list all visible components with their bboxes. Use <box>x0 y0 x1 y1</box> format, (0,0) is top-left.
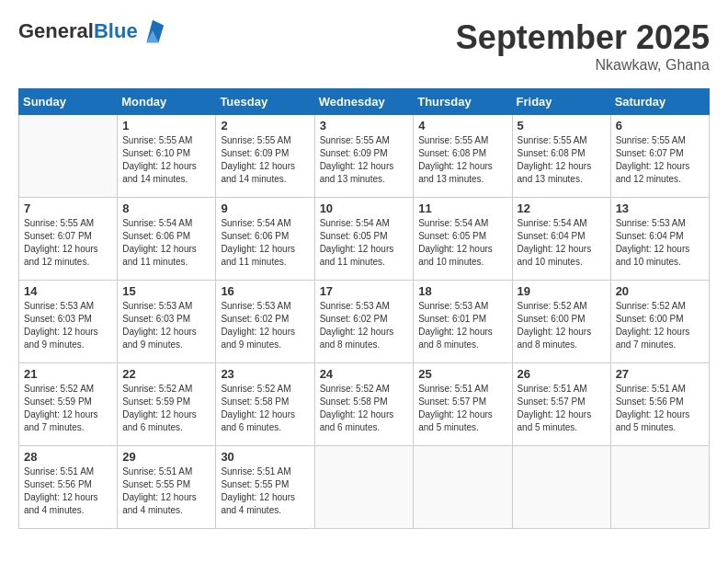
calendar-cell: 7Sunrise: 5:55 AMSunset: 6:07 PMDaylight… <box>19 198 118 281</box>
day-number: 2 <box>221 119 309 132</box>
logo-blue: Blue <box>94 19 138 42</box>
calendar-cell <box>512 446 610 529</box>
day-number: 18 <box>418 284 506 298</box>
day-info: Sunrise: 5:53 AMSunset: 6:02 PMDaylight:… <box>320 300 409 351</box>
day-number: 17 <box>320 284 409 298</box>
day-number: 22 <box>122 367 210 381</box>
calendar-cell: 1Sunrise: 5:55 AMSunset: 6:10 PMDaylight… <box>118 115 216 198</box>
calendar-cell: 18Sunrise: 5:53 AMSunset: 6:01 PMDayligh… <box>414 281 512 363</box>
day-number: 19 <box>518 284 606 298</box>
weekday-header-wednesday: Wednesday <box>314 89 414 115</box>
day-number: 25 <box>418 367 506 381</box>
calendar-cell <box>19 115 118 198</box>
day-number: 16 <box>221 284 309 298</box>
weekday-header-sunday: Sunday <box>19 89 118 115</box>
calendar-cell: 2Sunrise: 5:55 AMSunset: 6:09 PMDaylight… <box>216 115 314 198</box>
day-info: Sunrise: 5:51 AMSunset: 5:55 PMDaylight:… <box>221 465 309 517</box>
day-info: Sunrise: 5:52 AMSunset: 5:58 PMDaylight:… <box>320 383 409 434</box>
day-number: 5 <box>518 119 606 132</box>
day-info: Sunrise: 5:53 AMSunset: 6:04 PMDaylight:… <box>616 217 704 269</box>
day-number: 8 <box>122 201 210 215</box>
title-section: September 2025 Nkawkaw, Ghana <box>456 18 710 74</box>
calendar-cell: 22Sunrise: 5:52 AMSunset: 5:59 PMDayligh… <box>118 363 216 446</box>
day-info: Sunrise: 5:51 AMSunset: 5:56 PMDaylight:… <box>24 465 112 517</box>
day-info: Sunrise: 5:52 AMSunset: 6:00 PMDaylight:… <box>616 300 704 351</box>
calendar-cell: 8Sunrise: 5:54 AMSunset: 6:06 PMDaylight… <box>118 198 216 281</box>
day-number: 6 <box>616 119 704 132</box>
calendar-cell: 10Sunrise: 5:54 AMSunset: 6:05 PMDayligh… <box>314 198 414 281</box>
day-info: Sunrise: 5:54 AMSunset: 6:05 PMDaylight:… <box>320 217 409 269</box>
day-info: Sunrise: 5:55 AMSunset: 6:09 PMDaylight:… <box>221 134 309 186</box>
weekday-header-thursday: Thursday <box>414 89 512 115</box>
calendar-header-row: SundayMondayTuesdayWednesdayThursdayFrid… <box>19 89 710 115</box>
day-number: 27 <box>616 367 704 381</box>
calendar-cell: 30Sunrise: 5:51 AMSunset: 5:55 PMDayligh… <box>216 446 314 529</box>
calendar-cell: 14Sunrise: 5:53 AMSunset: 6:03 PMDayligh… <box>19 281 118 363</box>
day-number: 21 <box>24 367 112 381</box>
calendar-cell <box>414 446 512 529</box>
weekday-header-monday: Monday <box>118 89 216 115</box>
day-number: 23 <box>221 367 309 381</box>
calendar-cell: 25Sunrise: 5:51 AMSunset: 5:57 PMDayligh… <box>414 363 512 446</box>
day-info: Sunrise: 5:54 AMSunset: 6:05 PMDaylight:… <box>418 217 506 269</box>
weekday-header-tuesday: Tuesday <box>216 89 314 115</box>
day-number: 20 <box>616 284 704 298</box>
day-info: Sunrise: 5:51 AMSunset: 5:57 PMDaylight:… <box>518 383 606 434</box>
day-info: Sunrise: 5:52 AMSunset: 6:00 PMDaylight:… <box>518 300 606 351</box>
calendar-cell: 4Sunrise: 5:55 AMSunset: 6:08 PMDaylight… <box>414 115 512 198</box>
day-info: Sunrise: 5:52 AMSunset: 5:58 PMDaylight:… <box>221 383 309 434</box>
calendar-cell: 12Sunrise: 5:54 AMSunset: 6:04 PMDayligh… <box>512 198 610 281</box>
day-info: Sunrise: 5:54 AMSunset: 6:06 PMDaylight:… <box>221 217 309 269</box>
calendar-cell: 19Sunrise: 5:52 AMSunset: 6:00 PMDayligh… <box>512 281 610 363</box>
calendar-week-3: 14Sunrise: 5:53 AMSunset: 6:03 PMDayligh… <box>19 281 710 363</box>
day-number: 14 <box>24 284 112 298</box>
day-number: 10 <box>320 201 409 215</box>
calendar-cell: 24Sunrise: 5:52 AMSunset: 5:58 PMDayligh… <box>314 363 414 446</box>
day-number: 11 <box>418 201 506 215</box>
calendar-cell: 15Sunrise: 5:53 AMSunset: 6:03 PMDayligh… <box>118 281 216 363</box>
day-number: 3 <box>320 119 409 132</box>
day-info: Sunrise: 5:55 AMSunset: 6:10 PMDaylight:… <box>122 134 210 186</box>
day-number: 28 <box>24 450 112 464</box>
day-number: 4 <box>418 119 506 132</box>
calendar-cell: 9Sunrise: 5:54 AMSunset: 6:06 PMDaylight… <box>216 198 314 281</box>
logo: GeneralBlue <box>18 18 165 44</box>
calendar-week-4: 21Sunrise: 5:52 AMSunset: 5:59 PMDayligh… <box>19 363 710 446</box>
calendar-cell: 3Sunrise: 5:55 AMSunset: 6:09 PMDaylight… <box>314 115 414 198</box>
calendar-cell: 17Sunrise: 5:53 AMSunset: 6:02 PMDayligh… <box>314 281 414 363</box>
calendar-cell: 27Sunrise: 5:51 AMSunset: 5:56 PMDayligh… <box>610 363 709 446</box>
logo-general: General <box>18 19 94 42</box>
day-info: Sunrise: 5:55 AMSunset: 6:08 PMDaylight:… <box>418 134 506 186</box>
calendar-cell: 13Sunrise: 5:53 AMSunset: 6:04 PMDayligh… <box>610 198 709 281</box>
page-header: GeneralBlue September 2025 Nkawkaw, Ghan… <box>18 18 710 74</box>
calendar-cell: 28Sunrise: 5:51 AMSunset: 5:56 PMDayligh… <box>19 446 118 529</box>
calendar-cell: 29Sunrise: 5:51 AMSunset: 5:55 PMDayligh… <box>118 446 216 529</box>
day-number: 9 <box>221 201 309 215</box>
day-info: Sunrise: 5:52 AMSunset: 5:59 PMDaylight:… <box>24 383 112 434</box>
day-info: Sunrise: 5:51 AMSunset: 5:57 PMDaylight:… <box>418 383 506 434</box>
day-number: 12 <box>518 201 606 215</box>
calendar-cell: 5Sunrise: 5:55 AMSunset: 6:08 PMDaylight… <box>512 115 610 198</box>
day-info: Sunrise: 5:55 AMSunset: 6:09 PMDaylight:… <box>320 134 409 186</box>
calendar-cell: 20Sunrise: 5:52 AMSunset: 6:00 PMDayligh… <box>610 281 709 363</box>
location-title: Nkawkaw, Ghana <box>456 57 710 74</box>
day-number: 7 <box>24 201 112 215</box>
day-info: Sunrise: 5:52 AMSunset: 5:59 PMDaylight:… <box>122 383 210 434</box>
day-info: Sunrise: 5:55 AMSunset: 6:07 PMDaylight:… <box>24 217 112 269</box>
weekday-header-saturday: Saturday <box>610 89 709 115</box>
calendar-week-2: 7Sunrise: 5:55 AMSunset: 6:07 PMDaylight… <box>19 198 710 281</box>
day-info: Sunrise: 5:54 AMSunset: 6:06 PMDaylight:… <box>122 217 210 269</box>
day-number: 30 <box>221 450 309 464</box>
day-number: 29 <box>122 450 210 464</box>
day-info: Sunrise: 5:53 AMSunset: 6:03 PMDaylight:… <box>24 300 112 351</box>
calendar-cell: 23Sunrise: 5:52 AMSunset: 5:58 PMDayligh… <box>216 363 314 446</box>
calendar-cell: 21Sunrise: 5:52 AMSunset: 5:59 PMDayligh… <box>19 363 118 446</box>
day-info: Sunrise: 5:53 AMSunset: 6:03 PMDaylight:… <box>122 300 210 351</box>
day-info: Sunrise: 5:51 AMSunset: 5:55 PMDaylight:… <box>122 465 210 517</box>
day-info: Sunrise: 5:55 AMSunset: 6:08 PMDaylight:… <box>518 134 606 186</box>
day-number: 13 <box>616 201 704 215</box>
day-number: 1 <box>122 119 210 132</box>
calendar-cell <box>610 446 709 529</box>
day-number: 26 <box>518 367 606 381</box>
calendar-cell <box>314 446 414 529</box>
